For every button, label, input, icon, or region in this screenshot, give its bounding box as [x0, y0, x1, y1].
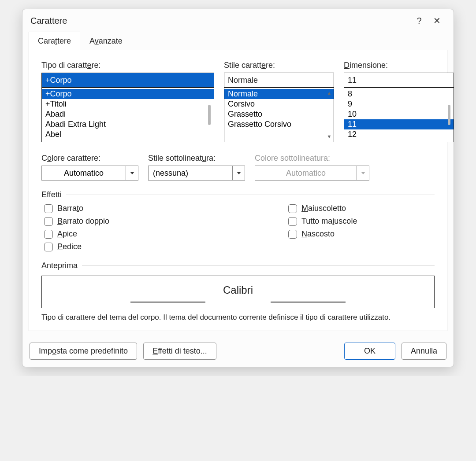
- effects-group: Effetti Barrato Barrato doppio Apice Ped…: [41, 190, 435, 251]
- label-underline-style: Stile sottolineatura:: [148, 154, 245, 163]
- preview-underline-left: [130, 302, 205, 302]
- scrollbar[interactable]: ▲ ▼: [326, 91, 333, 139]
- effects-legend: Effetti: [41, 190, 62, 199]
- list-item[interactable]: 10: [344, 109, 454, 119]
- ok-button[interactable]: OK: [344, 343, 395, 360]
- tab-advanced[interactable]: Avanzate: [80, 32, 132, 50]
- font-size-input[interactable]: [344, 73, 454, 88]
- checkbox-superscript[interactable]: Apice: [44, 229, 288, 239]
- preview-group: Anteprima Calibri Tipo di carattere del …: [41, 261, 435, 323]
- font-style-input[interactable]: [224, 73, 334, 88]
- text-effects-button[interactable]: Effetti di testo...: [143, 343, 216, 360]
- font-dialog: Carattere ? ✕ Carattere Avanzate Tipo di…: [22, 9, 454, 367]
- underline-style-dropdown[interactable]: (nessuna): [148, 166, 245, 181]
- list-item[interactable]: Corsivo: [224, 99, 334, 109]
- scrollbar[interactable]: [446, 91, 453, 139]
- list-item[interactable]: +Titoli: [42, 99, 214, 109]
- preview-underline-right: [271, 302, 346, 302]
- tab-font[interactable]: Carattere: [29, 32, 80, 50]
- label-style: Stile carattere:: [224, 61, 334, 70]
- list-item[interactable]: Grassetto: [224, 109, 334, 119]
- dialog-title: Carattere: [30, 16, 410, 26]
- font-name-input[interactable]: [41, 73, 214, 88]
- checkbox-smallcaps[interactable]: Maiuscoletto: [288, 204, 357, 213]
- label-underline-color: Colore sottolineatura:: [255, 154, 369, 163]
- scroll-up-icon[interactable]: ▲: [327, 91, 332, 96]
- size-listbox[interactable]: 8 9 10 11 12: [344, 88, 454, 142]
- titlebar: Carattere ? ✕: [22, 9, 454, 29]
- list-item[interactable]: 12: [344, 129, 454, 140]
- preview-legend: Anteprima: [41, 261, 78, 270]
- preview-text: Calibri: [223, 284, 253, 296]
- scrollbar[interactable]: [206, 91, 213, 139]
- checkbox-hidden[interactable]: Nascosto: [288, 229, 357, 239]
- tab-strip: Carattere Avanzate: [22, 29, 454, 50]
- underline-color-dropdown: Automatico: [255, 166, 369, 181]
- checkbox-strikethrough[interactable]: Barrato: [44, 204, 288, 213]
- list-item[interactable]: Grassetto Corsivo: [224, 119, 334, 129]
- list-item[interactable]: Abadi Extra Light: [42, 119, 214, 129]
- close-button[interactable]: ✕: [428, 15, 446, 26]
- list-item[interactable]: 8: [344, 89, 454, 99]
- font-listbox[interactable]: +Corpo +Titoli Abadi Abadi Extra Light A…: [41, 88, 214, 142]
- list-item[interactable]: 9: [344, 99, 454, 109]
- checkbox-subscript[interactable]: Pedice: [44, 242, 288, 251]
- chevron-down-icon: [126, 166, 138, 180]
- font-color-dropdown[interactable]: Automatico: [41, 166, 138, 181]
- list-item[interactable]: +Corpo: [42, 89, 214, 99]
- scroll-down-icon[interactable]: ▼: [327, 134, 332, 139]
- list-item[interactable]: Abadi: [42, 109, 214, 119]
- preview-description: Tipo di carattere del tema del corpo. Il…: [41, 313, 435, 323]
- footer: Imposta come predefinito Effetti di test…: [22, 337, 454, 367]
- set-default-button[interactable]: Imposta come predefinito: [30, 343, 137, 360]
- style-listbox[interactable]: Normale Corsivo Grassetto Grassetto Cors…: [224, 88, 334, 142]
- list-item[interactable]: 11: [344, 119, 454, 129]
- label-font: Tipo di carattere:: [41, 61, 214, 70]
- list-item[interactable]: Abel: [42, 129, 214, 140]
- help-button[interactable]: ?: [410, 16, 428, 26]
- chevron-down-icon: [232, 166, 245, 180]
- preview-box: Calibri: [41, 276, 435, 308]
- list-item[interactable]: Normale: [224, 89, 334, 99]
- chevron-down-icon: [357, 166, 369, 180]
- cancel-button[interactable]: Annulla: [402, 343, 446, 360]
- label-font-color: Colore carattere:: [41, 154, 138, 163]
- label-size: Dimensione:: [344, 61, 454, 70]
- checkbox-double-strikethrough[interactable]: Barrato doppio: [44, 217, 288, 226]
- panel: Tipo di carattere: +Corpo +Titoli Abadi …: [29, 50, 447, 331]
- checkbox-allcaps[interactable]: Tutto maiuscole: [288, 217, 357, 226]
